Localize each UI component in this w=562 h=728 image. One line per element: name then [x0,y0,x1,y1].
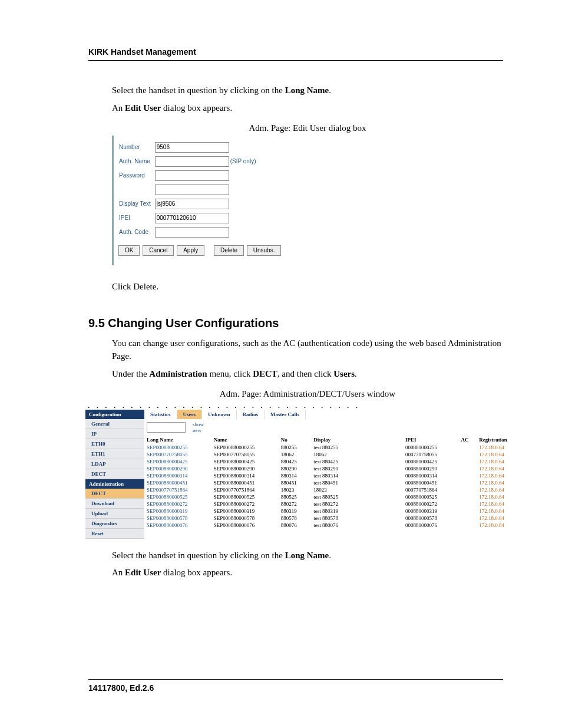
cell-no: 18062 [279,451,312,458]
cell-display: test 880525 [311,493,403,500]
cell-long-name[interactable]: SEP000770758055 [144,451,211,458]
new-link[interactable]: new [193,427,204,433]
paragraph-edit-user-2: An Edit User dialog box appears. [112,566,503,579]
cell-long-name[interactable]: SEP000880000525 [144,493,211,500]
table-row[interactable]: SEP000880000076SEP000880000076880076test… [144,522,521,529]
cell-display: test 880290 [311,465,403,472]
table-row[interactable]: SEP000880000314SEP000880000314880314test… [144,472,521,479]
nav-item-dect[interactable]: DECT [85,489,144,499]
paragraph-admin-dect-users: Under the Administration menu, click DEC… [112,368,503,381]
table-row[interactable]: SEP000770758055SEP0007707580551806218062… [144,451,521,458]
cell-registration[interactable]: 172.18.0.84 [477,522,521,529]
footer-text: 14117800, Ed.2.6 [88,683,503,693]
col-display: Display [311,436,403,444]
long-name-bold: Long Name [285,85,329,95]
truncated-title: . . . . . . . . . . . . . . . . . . . . … [85,401,521,410]
cell-long-name[interactable]: SEP000880000290 [144,465,211,472]
tab-users[interactable]: Users [177,410,203,419]
cell-no: 880076 [279,522,312,529]
password-confirm-input[interactable] [155,185,229,195]
nav-item-download[interactable]: Download [85,499,144,509]
nav-item-upload[interactable]: Upload [85,509,144,519]
cell-registration[interactable]: 172.18.0.64 [477,508,521,515]
table-row[interactable]: SEP000770751864SEP0007707518641802318023… [144,486,521,493]
cell-long-name[interactable]: SEP000880000076 [144,522,211,529]
nav-item-dect[interactable]: DECT [85,469,144,479]
filter-input[interactable] [147,422,186,433]
sip-only-label: (SIP only) [230,156,257,167]
cell-long-name[interactable]: SEP000880000272 [144,500,211,508]
delete-button[interactable]: Delete [214,245,244,256]
nav-item-ldap[interactable]: LDAP [85,459,144,469]
cell-ipei: 000880000451 [403,479,458,486]
table-row[interactable]: SEP000880000319SEP000880000319880319test… [144,508,521,515]
table-row[interactable]: SEP000880000272SEP000880000272880272test… [144,500,521,508]
cell-registration[interactable]: 172.18.0.64 [477,515,521,522]
table-row[interactable]: SEP000880000425SEP000880000425880425test… [144,458,521,465]
table-row[interactable]: SEP000880000255SEP000880000255880255test… [144,444,521,451]
section-heading-9-5: 9.5 Changing User Configurations [88,317,503,330]
cell-ac [458,500,477,508]
cell-name: SEP000880000314 [211,472,279,479]
cell-registration[interactable]: 172.18.0.64 [477,493,521,500]
cell-registration[interactable]: 172.18.0.64 [477,479,521,486]
cell-display: test 880255 [311,444,403,451]
number-input[interactable] [155,142,229,153]
tab-statistics[interactable]: Statistics [144,410,177,419]
table-row[interactable]: SEP000880000290SEP000880000290880290test… [144,465,521,472]
nav-item-diagnostics[interactable]: Diagnostics [85,519,144,529]
text: . [355,369,357,378]
cell-ipei: 000880000319 [403,508,458,515]
label-auth-name: Auth. Name [118,156,154,167]
cell-registration[interactable]: 172.18.0.64 [477,486,521,493]
cell-name: SEP000880000076 [211,522,279,529]
tab-radios[interactable]: Radios [237,410,265,419]
cell-registration[interactable]: 172.18.0.64 [477,472,521,479]
apply-button[interactable]: Apply [177,245,204,256]
cell-long-name[interactable]: SEP000880000425 [144,458,211,465]
cell-long-name[interactable]: SEP000880000578 [144,515,211,522]
cell-no: 18023 [279,486,312,493]
cell-ipei: 000770751864 [403,486,458,493]
cell-ac [458,508,477,515]
password-input[interactable] [155,170,229,181]
table-row[interactable]: SEP000880000451SEP000880000451880451test… [144,479,521,486]
col-long-name: Long Name [144,436,211,444]
tab-unknown[interactable]: Unknown [202,410,237,419]
show-link[interactable]: show [193,421,204,427]
nav-item-ip[interactable]: IP [85,429,144,439]
nav-item-general[interactable]: General [85,419,144,429]
cell-name: SEP000770758055 [211,451,279,458]
cell-long-name[interactable]: SEP000880000314 [144,472,211,479]
auth-name-input[interactable] [155,156,229,167]
table-row[interactable]: SEP000880000525SEP000880000525880525test… [144,493,521,500]
cell-registration[interactable]: 172.18.0.64 [477,444,521,451]
cell-ac [458,479,477,486]
table-row[interactable]: SEP000880000578SEP000880000578880578test… [144,515,521,522]
cell-registration[interactable]: 172.18.0.64 [477,500,521,508]
nav-item-reset[interactable]: Reset [85,529,144,539]
tab-master-calls[interactable]: Master Calls [265,410,306,419]
cell-long-name[interactable]: SEP000880000319 [144,508,211,515]
users-bold: Users [333,369,355,378]
nav-item-eth1[interactable]: ETH1 [85,449,144,459]
text: . [329,551,331,560]
cell-name: SEP000880000425 [211,458,279,465]
cell-long-name[interactable]: SEP000880000451 [144,479,211,486]
unsubs-button[interactable]: Unsubs. [247,245,282,256]
ok-button[interactable]: OK [118,245,140,256]
cell-registration[interactable]: 172.18.0.64 [477,465,521,472]
cell-long-name[interactable]: SEP000880000255 [144,444,211,451]
cell-long-name[interactable]: SEP000770751864 [144,486,211,493]
cell-no: 880578 [279,515,312,522]
display-text-input[interactable] [155,199,229,209]
ipei-input[interactable] [155,213,229,223]
admin-users-window: . . . . . . . . . . . . . . . . . . . . … [85,401,521,539]
auth-code-input[interactable] [155,227,229,238]
cell-registration[interactable]: 172.18.0.64 [477,458,521,465]
cell-registration[interactable]: 172.18.0.64 [477,451,521,458]
cell-display: test 880314 [311,472,403,479]
nav-item-eth0[interactable]: ETH0 [85,439,144,449]
cell-ac [458,465,477,472]
cancel-button[interactable]: Cancel [143,245,174,256]
